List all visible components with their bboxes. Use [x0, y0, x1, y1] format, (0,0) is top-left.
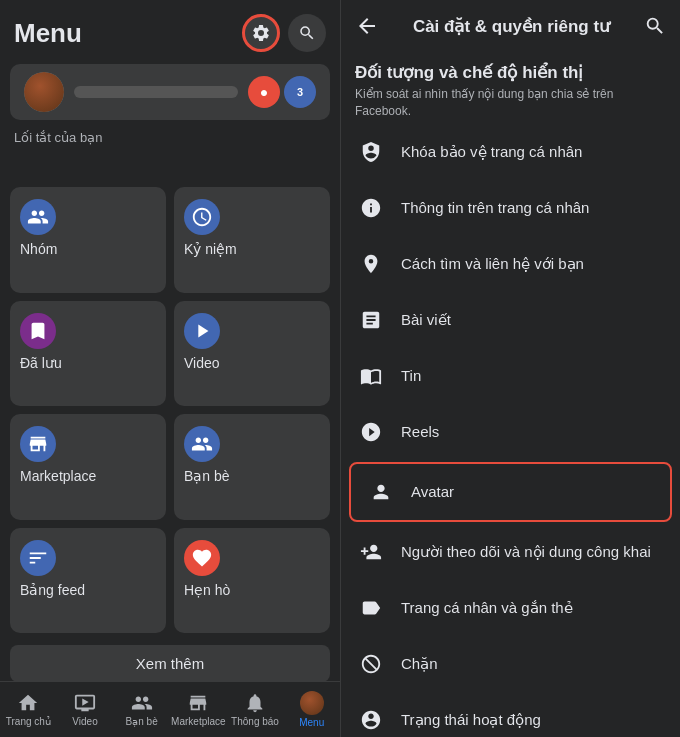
nav-label-thong-bao: Thông báo — [231, 716, 279, 727]
right-panel-header: Cài đặt & quyền riêng tư — [341, 0, 680, 48]
reels-icon — [355, 416, 387, 448]
marketplace-icon — [20, 426, 56, 462]
left-panel: Menu ● 3 Lối tắt của bạn — [0, 0, 340, 737]
video-icon — [184, 313, 220, 349]
grid-item-ky-niem[interactable]: Kỷ niệm — [174, 187, 330, 293]
da-luu-icon — [20, 313, 56, 349]
tin-icon — [355, 360, 387, 392]
nav-label-ban-be: Bạn bè — [126, 716, 158, 727]
back-button[interactable] — [355, 14, 379, 38]
bottom-nav: Trang chủ Video Bạn bè Marketplace Thông… — [0, 681, 340, 737]
nav-label-marketplace: Marketplace — [171, 716, 225, 727]
avatar-menu-icon — [365, 476, 397, 508]
cach-tim-label: Cách tìm và liên hệ với bạn — [401, 255, 666, 273]
section1-title: Đối tượng và chế độ hiển thị — [355, 62, 666, 83]
avatar-menu-label: Avatar — [411, 483, 656, 500]
gear-button[interactable] — [242, 14, 280, 52]
right-panel: Cài đặt & quyền riêng tư Đối tượng và ch… — [340, 0, 680, 737]
nav-label-video: Video — [72, 716, 97, 727]
shortcuts-label: Lối tắt của bạn — [0, 126, 340, 153]
nav-item-video[interactable]: Video — [57, 692, 114, 727]
chan-icon — [355, 648, 387, 680]
trang-ca-nhan-icon — [355, 592, 387, 624]
notification-badge[interactable]: 3 — [284, 76, 316, 108]
nhom-label: Nhóm — [20, 241, 156, 257]
trang-thai-label: Trạng thái hoạt động — [401, 711, 666, 729]
marketplace-label: Marketplace — [20, 468, 156, 484]
menu-avatar — [300, 691, 324, 715]
nguoi-theo-doi-label: Người theo dõi và nội dung công khai — [401, 543, 666, 561]
menu-item-cach-tim[interactable]: Cách tìm và liên hệ với bạn — [341, 236, 680, 292]
nav-item-ban-be[interactable]: Bạn bè — [113, 692, 170, 727]
nhom-icon — [20, 199, 56, 235]
grid-item-nhom[interactable]: Nhóm — [10, 187, 166, 293]
hen-ho-label: Hẹn hò — [184, 582, 320, 598]
nav-label-trang-chu: Trang chủ — [6, 716, 51, 727]
grid-item-hen-ho[interactable]: Hẹn hò — [174, 528, 330, 634]
nav-item-trang-chu[interactable]: Trang chủ — [0, 692, 57, 727]
hen-ho-icon — [184, 540, 220, 576]
grid-item-bang-feed[interactable]: Bảng feed — [10, 528, 166, 634]
grid-item-marketplace[interactable]: Marketplace — [10, 414, 166, 520]
menu-item-avatar[interactable]: Avatar — [349, 462, 672, 522]
nav-item-menu[interactable]: Menu — [283, 691, 340, 728]
menu-item-thong-tin[interactable]: Thông tin trên trang cá nhân — [341, 180, 680, 236]
chan-label: Chặn — [401, 655, 666, 673]
menu-item-reels[interactable]: Reels — [341, 404, 680, 460]
nguoi-theo-doi-icon — [355, 536, 387, 568]
header-icons — [242, 14, 326, 52]
home-icon — [17, 692, 39, 714]
bai-viet-icon — [355, 304, 387, 336]
ky-niem-label: Kỷ niệm — [184, 241, 320, 257]
profile-right-icons: ● 3 — [248, 76, 316, 108]
marketplace-nav-icon — [187, 692, 209, 714]
right-search-button[interactable] — [644, 15, 666, 37]
grid-item-ban-be[interactable]: Bạn bè — [174, 414, 330, 520]
profile-name — [74, 86, 238, 98]
bai-viet-label: Bài viết — [401, 311, 666, 329]
menu-item-chan[interactable]: Chặn — [341, 636, 680, 692]
menu-item-trang-thai[interactable]: Trạng thái hoạt động — [341, 692, 680, 737]
nav-item-thong-bao[interactable]: Thông báo — [227, 692, 284, 727]
left-header: Menu — [0, 0, 340, 58]
trang-thai-icon — [355, 704, 387, 736]
menu-item-tin[interactable]: Tin — [341, 348, 680, 404]
avatar — [24, 72, 64, 112]
reels-label: Reels — [401, 423, 666, 440]
thong-tin-icon — [355, 192, 387, 224]
khoa-bao-ve-label: Khóa bảo vệ trang cá nhân — [401, 143, 666, 161]
bang-feed-label: Bảng feed — [20, 582, 156, 598]
tin-label: Tin — [401, 367, 666, 384]
bang-feed-icon — [20, 540, 56, 576]
menu-item-nguoi-theo-doi[interactable]: Người theo dõi và nội dung công khai — [341, 524, 680, 580]
friends-nav-icon — [131, 692, 153, 714]
menu-title: Menu — [14, 18, 82, 49]
shortcuts-grid: Nhóm Kỷ niệm Đã lưu Video — [0, 183, 340, 637]
menu-item-bai-viet[interactable]: Bài viết — [341, 292, 680, 348]
nav-label-menu: Menu — [299, 717, 324, 728]
search-button[interactable] — [288, 14, 326, 52]
khoa-bao-ve-icon — [355, 136, 387, 168]
right-panel-title: Cài đặt & quyền riêng tư — [389, 16, 634, 37]
grid-item-video[interactable]: Video — [174, 301, 330, 407]
video-nav-icon — [74, 692, 96, 714]
da-luu-label: Đã lưu — [20, 355, 156, 371]
notification-nav-icon — [244, 692, 266, 714]
menu-item-trang-ca-nhan[interactable]: Trang cá nhân và gắn thẻ — [341, 580, 680, 636]
thong-tin-label: Thông tin trên trang cá nhân — [401, 199, 666, 216]
see-more-button[interactable]: Xem thêm — [10, 645, 330, 682]
profile-row[interactable]: ● 3 — [10, 64, 330, 120]
section1-desc: Kiểm soát ai nhìn thấy nội dung bạn chia… — [355, 86, 666, 120]
record-button[interactable]: ● — [248, 76, 280, 108]
section1-header: Đối tượng và chế độ hiển thị Kiểm soát a… — [341, 48, 680, 124]
cach-tim-icon — [355, 248, 387, 280]
nav-item-marketplace[interactable]: Marketplace — [170, 692, 227, 727]
menu-item-khoa-bao-ve[interactable]: Khóa bảo vệ trang cá nhân — [341, 124, 680, 180]
video-label: Video — [184, 355, 320, 371]
trang-ca-nhan-label: Trang cá nhân và gắn thẻ — [401, 599, 666, 617]
ban-be-icon — [184, 426, 220, 462]
ban-be-label: Bạn bè — [184, 468, 320, 484]
grid-item-da-luu[interactable]: Đã lưu — [10, 301, 166, 407]
ky-niem-icon — [184, 199, 220, 235]
